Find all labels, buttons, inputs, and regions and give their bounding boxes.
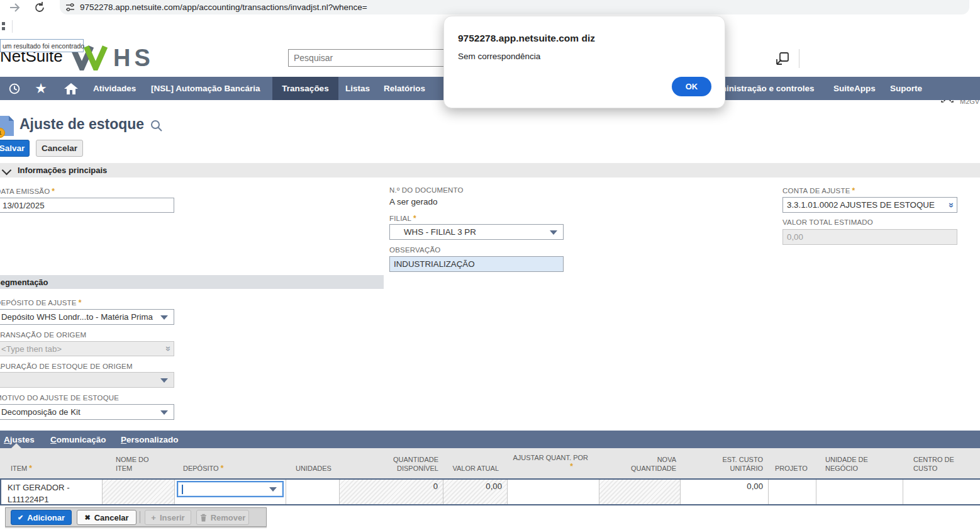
multi-select-icon[interactable]: »: [947, 202, 957, 207]
plus-icon: +: [151, 513, 156, 522]
field-label-conta-ajuste: CONTA DE AJUSTE*: [782, 186, 855, 195]
conta-ajuste-input[interactable]: 3.3.1.01.0002 AJUSTES DE ESTOQUE »: [782, 197, 957, 213]
dropdown-arrow-icon: [550, 230, 557, 235]
nav-item-suporte[interactable]: Suporte: [890, 77, 922, 100]
dropdown-arrow-icon: [160, 410, 168, 415]
section-segment-bar[interactable]: Segmentação: [0, 275, 384, 289]
dialog-ok-button[interactable]: OK: [672, 77, 711, 96]
shortcuts-star-icon[interactable]: ★: [31, 77, 50, 100]
reload-icon[interactable]: [33, 1, 47, 14]
title-search-icon[interactable]: [150, 120, 163, 132]
cell-valor-atual: 0,00: [443, 480, 508, 504]
dialog-title: 9752278.app.netsuite.com diz: [458, 33, 595, 44]
valor-total-input: 0,00: [782, 229, 957, 245]
nav-item-relatorios[interactable]: Relatórios: [384, 77, 425, 100]
screen: 9752278.app.netsuite.com/app/accounting/…: [0, 0, 980, 530]
nav-item-transacoes[interactable]: Transações: [272, 77, 338, 100]
apps-grid-icon[interactable]: [0, 21, 6, 31]
section-segment-label: Segmentação: [0, 278, 48, 287]
cell-unidade-negocio[interactable]: [816, 480, 903, 504]
field-label-deposito-ajuste: DEPÓSITO DE AJUSTE*: [0, 298, 82, 307]
field-label-valor-total: VALOR TOTAL ESTIMADO: [782, 218, 873, 226]
section-main-info-bar[interactable]: Informações principais: [0, 163, 980, 178]
numero-documento-value: A ser gerado: [389, 197, 438, 206]
field-label-transacao-origem: TRANSAÇÃO DE ORIGEM: [0, 331, 86, 339]
data-emissao-input[interactable]: 13/01/2025: [0, 198, 174, 213]
dropdown-arrow-icon: [160, 315, 168, 320]
multi-select-icon-disabled: »: [164, 346, 174, 351]
field-label-data-emissao: DATA EMISSÃO*: [0, 187, 55, 196]
field-label-filial: FILIAL*: [389, 214, 416, 223]
site-settings-icon[interactable]: [65, 3, 75, 12]
field-label-apuracao-origem: APURAÇÃO DE ESTOQUE DE ORIGEM: [0, 363, 133, 370]
motivo-ajuste-select[interactable]: Decomposição de Kit: [0, 404, 174, 420]
chevron-down-icon: [2, 166, 12, 176]
page-title: Ajuste de estoque: [19, 116, 144, 133]
col-deposito: DEPÓSITO*: [183, 464, 223, 473]
home-icon[interactable]: [60, 77, 82, 100]
col-valor-atual: VALOR ATUAL: [443, 464, 499, 473]
table-header: ITEM* NOME DOITEM DEPÓSITO* UNIDADES QUA…: [0, 448, 980, 478]
section-main-info-label: Informações principais: [18, 166, 107, 175]
active-tab-notch: [11, 443, 21, 448]
sublist-button-bar: ✔ Adicionar ✖ Cancelar + Inserir Remover: [5, 507, 267, 527]
forward-icon[interactable]: [8, 1, 21, 14]
observacao-input[interactable]: INDUSTRIALIZAÇÃO: [389, 256, 564, 272]
deposito-ajuste-select[interactable]: Depósito WHS Londr...to - Matéria Prima: [0, 309, 174, 325]
col-est-custo: EST. CUSTOUNITÁRIO: [681, 455, 763, 473]
cell-nome-item: [103, 480, 175, 504]
dialog-message: Sem correspondência: [458, 52, 540, 61]
url-text[interactable]: 9752278.app.netsuite.com/app/accounting/…: [80, 3, 367, 12]
header-divider: [799, 49, 799, 68]
sublist-divider: [140, 511, 140, 523]
text-caret: [182, 485, 183, 494]
nav-item-nsl-automacao[interactable]: [NSL] Automação Bancária: [151, 77, 260, 100]
tab-personalizado[interactable]: Personalizado: [121, 431, 179, 448]
new-window-icon[interactable]: [776, 52, 789, 65]
field-label-motivo-ajuste: MOTIVO DO AJUSTE DE ESTOQUE: [0, 394, 119, 402]
col-unidade-negocio: UNIDADE DENEGÓCIO: [825, 455, 868, 473]
cell-est-custo[interactable]: 0,00: [681, 480, 769, 504]
cell-centro-custo[interactable]: [903, 480, 980, 504]
cell-ajustar-quant[interactable]: [508, 480, 599, 504]
dropdown-arrow-icon: [160, 378, 168, 383]
cell-deposito[interactable]: [175, 480, 286, 504]
field-label-numero-documento: N.º DO DOCUMENTO: [389, 186, 464, 194]
col-projeto: PROJETO: [775, 464, 808, 473]
col-nova-quantidade: NOVAQUANTIDADE: [599, 455, 676, 473]
search-result-tooltip: um resultado foi encontrado: [0, 39, 84, 52]
nav-item-suiteapps[interactable]: SuiteApps: [833, 77, 876, 100]
col-unidades: UNIDADES: [296, 464, 331, 473]
cell-qtd-disponivel: 0: [340, 480, 443, 504]
filial-select[interactable]: WHS - FILIAL 3 PR: [389, 224, 564, 240]
deposito-row-select[interactable]: [177, 481, 284, 497]
col-ajustar-quant: AJUSTAR QUANT. POR*: [508, 453, 588, 471]
sublist-tabbar: Ajustes Comunicação Personalizado: [0, 431, 980, 448]
cancel-button[interactable]: Cancelar: [36, 140, 83, 157]
cross-icon: ✖: [84, 514, 90, 522]
cell-unidades: [286, 480, 340, 504]
recents-icon[interactable]: [4, 77, 25, 100]
transacao-origem-input: <Type then tab> »: [0, 341, 174, 356]
bookmarks-divider: [12, 20, 13, 33]
sublist-cancelar-button[interactable]: ✖ Cancelar: [77, 510, 136, 525]
cell-item[interactable]: KIT GERADOR -L111224P1: [1, 480, 103, 504]
inserir-button: + Inserir: [145, 510, 191, 525]
nav-item-listas[interactable]: Listas: [345, 77, 370, 100]
save-button[interactable]: Salvar: [0, 140, 30, 157]
apuracao-origem-select: [0, 372, 174, 388]
adicionar-button[interactable]: ✔ Adicionar: [11, 510, 72, 525]
tab-comunicacao[interactable]: Comunicação: [50, 431, 106, 448]
col-qtd-disponivel: QUANTIDADEDISPONÍVEL: [340, 455, 438, 473]
check-icon: ✔: [18, 514, 23, 522]
dropdown-arrow-icon: [269, 487, 277, 492]
col-nome-item: NOME DOITEM: [116, 455, 149, 473]
cell-projeto[interactable]: [769, 480, 816, 504]
whs-letters: HS: [113, 45, 154, 70]
browser-toolbar: 9752278.app.netsuite.com/app/accounting/…: [0, 0, 980, 15]
col-item: ITEM*: [11, 464, 32, 473]
url-bar[interactable]: 9752278.app.netsuite.com/app/accounting/…: [60, 0, 969, 14]
browser-alert-dialog: 9752278.app.netsuite.com diz Sem corresp…: [443, 16, 725, 108]
nav-item-atividades[interactable]: Atividades: [93, 77, 136, 100]
col-centro-custo: CENTRO DECUSTO: [913, 455, 954, 473]
